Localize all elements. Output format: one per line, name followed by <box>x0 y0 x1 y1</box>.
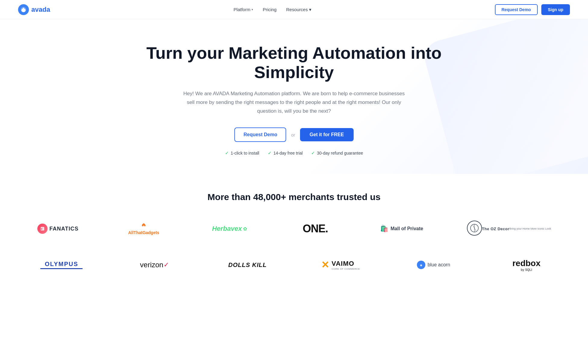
logo-blueacorn: ◉ blue acorn <box>412 253 455 277</box>
merchants-section: More than 48,000+ merchants trusted us F… <box>0 174 588 301</box>
logo-one: ONE. <box>294 217 336 241</box>
logo-herbavex: Herbavex ✿ <box>208 217 251 241</box>
logo-row-2: OLYMPUS verizon ✓ DOLLS KILL ✕ VAIMO COR… <box>18 253 570 277</box>
chevron-down-icon: ▾ <box>309 7 311 12</box>
badge-install: ✓ 1-click to install <box>225 150 259 156</box>
olympus-label: OLYMPUS <box>45 261 78 268</box>
logo-redbox: redbox by SQLI <box>505 253 548 277</box>
herbavex-leaf-icon: ✿ <box>243 226 247 232</box>
oz-circle-icon <box>467 221 482 236</box>
herbavex-label: Herbavex <box>212 225 242 233</box>
logo-vaimo: ✕ VAIMO CORE OF COMMERCE <box>319 253 361 277</box>
navbar: avada Platform ▾ Pricing Resources ▾ Req… <box>0 0 588 19</box>
mall-label: Mall of Private <box>391 226 423 231</box>
nav-pricing[interactable]: Pricing <box>263 7 277 12</box>
blueacorn-icon: ◉ <box>417 261 425 269</box>
vaimo-sub: CORE OF COMMERCE <box>332 268 360 270</box>
nav-platform[interactable]: Platform ▾ <box>233 7 253 12</box>
check-icon: ✓ <box>268 150 272 156</box>
vaimo-label: VAIMO <box>332 260 360 268</box>
check-icon: ✓ <box>225 150 229 156</box>
oz-decor-sub: Bring your Home More Iconic Look <box>509 227 551 230</box>
hero-cta: Request Demo or Get it for FREE <box>18 127 570 142</box>
check-icon: ✓ <box>311 150 315 156</box>
logo-allthatgadgets: AllThatGadgets <box>123 217 165 241</box>
fanatics-label: FANATICS <box>49 226 79 232</box>
logo-text: avada <box>31 6 50 14</box>
nav-links: Platform ▾ Pricing Resources ▾ <box>233 7 311 12</box>
one-label: ONE. <box>303 222 328 235</box>
logo-mall-of-private: 🛍️ Mall of Private <box>380 217 423 241</box>
dolls-kill-label: DOLLS KILL <box>228 262 267 268</box>
redbox-label: redbox <box>512 259 540 268</box>
fanatics-heart-icon: F <box>37 224 48 234</box>
get-it-free-button[interactable]: Get it for FREE <box>300 128 354 141</box>
hero-badges: ✓ 1-click to install ✓ 14-day free trial… <box>18 150 570 156</box>
chevron-down-icon: ▾ <box>252 8 253 11</box>
nav-actions: Request Demo Sign up <box>495 4 570 15</box>
verizon-check-icon: ✓ <box>164 261 169 269</box>
logo-fanatics: F FANATICS <box>37 217 79 241</box>
logo[interactable]: avada <box>18 4 50 15</box>
request-demo-hero-button[interactable]: Request Demo <box>234 127 286 142</box>
mall-icon: 🛍️ <box>380 225 388 233</box>
badge-refund: ✓ 30-day refund guarantee <box>311 150 363 156</box>
nav-resources[interactable]: Resources ▾ <box>286 7 311 12</box>
hero-subtitle: Hey! We are AVADA Marketing Automation p… <box>180 89 408 116</box>
svg-rect-5 <box>142 225 145 226</box>
hero-or: or <box>291 132 295 137</box>
redbox-sub: by SQLI <box>521 268 532 271</box>
merchants-heading: More than 48,000+ merchants trusted us <box>18 192 570 202</box>
allthatgadgets-label: AllThatGadgets <box>128 230 159 235</box>
svg-text:◉: ◉ <box>420 264 422 267</box>
vaimo-x-icon: ✕ <box>321 259 329 271</box>
request-demo-nav-button[interactable]: Request Demo <box>495 4 538 15</box>
oz-decor-label: The OZ Decor <box>482 227 509 231</box>
svg-text:F: F <box>41 228 43 231</box>
hero-title: Turn your Marketing Automation into Simp… <box>143 43 445 82</box>
gadgets-icon <box>128 223 159 230</box>
logo-verizon: verizon ✓ <box>133 253 176 277</box>
logo-row-1: F FANATICS AllThatGadgets Herbavex <box>18 217 570 241</box>
logo-oz-decor: The OZ Decor Bring your Home More Iconic… <box>467 217 551 241</box>
olympus-underline <box>40 268 83 269</box>
logo-olympus: OLYMPUS <box>40 253 83 277</box>
logo-dolls-kill: DOLLS KILL <box>227 253 269 277</box>
sign-up-button[interactable]: Sign up <box>541 4 570 15</box>
badge-trial: ✓ 14-day free trial <box>268 150 303 156</box>
logo-icon <box>18 4 29 15</box>
hero-section: Turn your Marketing Automation into Simp… <box>0 19 588 174</box>
blueacorn-label: blue acorn <box>428 262 450 268</box>
verizon-label: verizon <box>140 261 163 269</box>
